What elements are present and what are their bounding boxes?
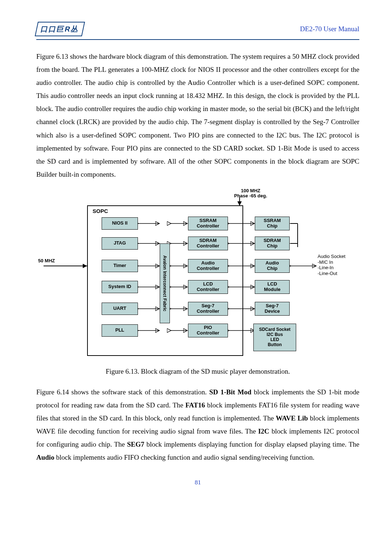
box-lcd-ctrl: LCD Controller — [188, 280, 228, 294]
box-pll: PLL — [102, 324, 138, 337]
box-jtag: JTAG — [102, 237, 138, 250]
figure-caption: Figure 6.13. Block diagram of the SD mus… — [36, 368, 359, 376]
box-sdram-chip: SDRAM Chip — [255, 237, 290, 250]
label-audio-socket: Audio Socket -MIC In -Line-In -Line-Out — [318, 254, 346, 276]
label-50mhz: 50 MHZ — [38, 258, 55, 263]
header-divider — [36, 39, 359, 40]
box-nios2: NIOS II — [102, 217, 138, 230]
box-audio-chip: Audio Chip — [255, 259, 290, 273]
box-timer: Timer — [102, 260, 138, 272]
box-uart: UART — [102, 303, 138, 315]
box-ssram-chip: SSRAM Chip — [255, 217, 290, 230]
box-ssram-ctrl: SSRAM Controller — [188, 217, 228, 230]
avalon-bus: Avalon Interconnect Fabric — [160, 243, 170, 323]
label-100mhz: 100 MHZ Phase -65 deg. — [234, 188, 267, 199]
box-sdcard-socket: SDCard Socket I2C Bus LED Button — [253, 324, 296, 351]
logo-text: 口口巨R丛 — [35, 22, 85, 36]
box-lcd-module: LCD Module — [255, 280, 290, 294]
header-title: DE2-70 User Manual — [300, 25, 359, 33]
label-sopc: SOPC — [93, 208, 108, 214]
box-systemid: System ID — [102, 281, 138, 293]
box-pio-ctrl: PIO Controller — [188, 324, 228, 337]
paragraph-1: Figure 6.13 shows the hardware block dia… — [36, 50, 359, 181]
altera-logo: 口口巨R丛 — [36, 22, 83, 36]
paragraph-2: Figure 6.14 shows the software stack of … — [36, 386, 359, 464]
page-number: 81 — [36, 479, 359, 486]
block-diagram: 100 MHZ Phase -65 deg. 50 MHZ SOPC Avalo… — [36, 189, 363, 360]
box-sdram-ctrl: SDRAM Controller — [188, 237, 228, 250]
box-seg7-device: Seg-7 Device — [255, 302, 290, 316]
box-seg7-ctrl: Seg-7 Controller — [188, 302, 228, 316]
box-audio-ctrl: Audio Controller — [188, 259, 228, 273]
